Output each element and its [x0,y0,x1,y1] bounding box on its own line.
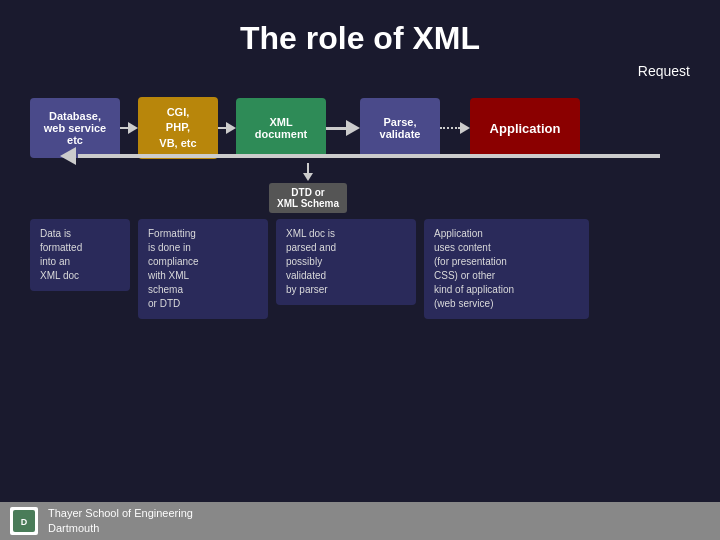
dotted-arrow-head [460,122,470,134]
slide-title: The role of XML [30,20,690,57]
arrow-2 [218,122,236,134]
request-arrow [60,147,660,165]
application-label: Application [490,121,561,136]
formatting-text: Formatting is done in compliance with XM… [148,228,199,309]
bottom-row: Data is formatted into an XML doc Format… [30,219,690,319]
arrow-head-1 [128,122,138,134]
arrow-line-3 [326,127,346,130]
formatting-box: Formatting is done in compliance with XM… [138,219,268,319]
arrow-line-1 [120,127,128,129]
arrow-1 [120,122,138,134]
svg-text:D: D [21,517,28,527]
dtd-callout: DTD or XML Schema [268,163,348,213]
request-label: Request [638,63,690,79]
parse-validate-label: Parse, validate [380,116,421,140]
dotted-line [440,127,460,129]
footer-logo: D [10,507,38,535]
data-formatted-box: Data is formatted into an XML doc [30,219,130,291]
arrow-4-dotted [440,122,470,134]
footer-school: Thayer School of Engineering [48,506,193,521]
app-uses-box: Application uses content (for presentati… [424,219,589,319]
database-label: Database, web service etc [44,110,106,146]
cgi-label: CGI, PHP, VB, etc [159,105,196,151]
arrow-3 [326,120,360,136]
arrow-line [78,154,660,158]
footer-text: Thayer School of Engineering Dartmouth [48,506,193,537]
footer: D Thayer School of Engineering Dartmouth [0,502,720,540]
dtd-box: DTD or XML Schema [269,183,347,213]
xml-doc-text: XML doc is parsed and possibly validated… [286,228,336,295]
xml-document-label: XML document [255,116,308,140]
dartmouth-logo-icon: D [13,510,35,532]
dtd-label: DTD or XML Schema [277,187,339,209]
slide: The role of XML Request Database, web se… [0,0,720,540]
arrow-head-2 [226,122,236,134]
dtd-arrow-down [303,173,313,181]
arrow-line-2 [218,127,226,129]
footer-location: Dartmouth [48,521,193,536]
arrow-head-left [60,147,76,165]
xml-doc-box: XML doc is parsed and possibly validated… [276,219,416,305]
app-uses-text: Application uses content (for presentati… [434,228,514,309]
data-formatted-text: Data is formatted into an XML doc [40,228,82,281]
arrow-head-3 [346,120,360,136]
